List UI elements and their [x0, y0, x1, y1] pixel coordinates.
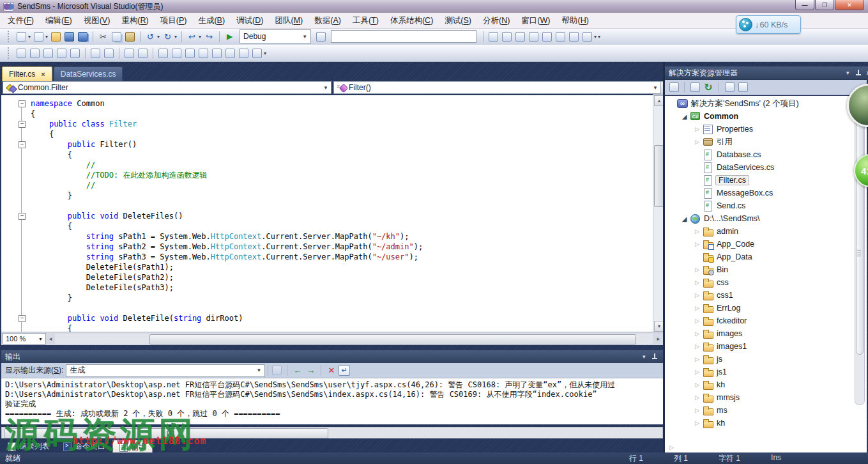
solution-explorer-titlebar[interactable]: 解决方案资源管理器 ▾×	[665, 66, 868, 79]
menu-item[interactable]: 生成(B)	[192, 13, 231, 28]
tree-item-app-code[interactable]: ▷App_Code	[665, 238, 867, 251]
tree-item-js[interactable]: ▷js	[665, 353, 867, 366]
menu-item[interactable]: 编辑(E)	[40, 13, 78, 28]
tree-item-images[interactable]: ▷images	[665, 327, 867, 340]
tree-item-css[interactable]: ▷css	[665, 276, 867, 289]
bookmark-next-folder-icon[interactable]	[211, 47, 223, 59]
tree-item--sendsms-2-[interactable]: 解决方案'SendSms' (2 个项目)	[665, 97, 867, 110]
cut-icon[interactable]: ✂	[97, 31, 109, 43]
expand-icon[interactable]: ▷	[693, 318, 701, 324]
fold-collapse-icon[interactable]: −	[19, 315, 26, 322]
expand-icon[interactable]: ▷	[693, 343, 701, 350]
expand-icon[interactable]: ▷	[693, 279, 701, 286]
navigate-to-icon[interactable]	[487, 31, 499, 43]
indent-increase-icon[interactable]	[89, 47, 102, 59]
dropdown-caret-icon[interactable]: ▾	[45, 34, 48, 40]
close-button[interactable]: ✕	[835, 0, 864, 10]
object-browser-icon[interactable]	[514, 31, 526, 43]
display-outline-icon[interactable]	[69, 47, 81, 59]
expand-icon[interactable]: ▷	[693, 126, 701, 132]
auto-hide-pin-icon[interactable]	[650, 353, 659, 361]
scroll-right-arrow[interactable]: ►	[654, 334, 663, 344]
expand-icon[interactable]: ▷	[693, 407, 701, 414]
tree-item-bin[interactable]: ▷Bin	[665, 263, 867, 276]
fold-collapse-icon[interactable]: −	[19, 100, 26, 107]
tree-item-database-cs[interactable]: Database.cs	[665, 148, 867, 161]
toolbar-overflow-icon[interactable]: ▾	[598, 34, 600, 40]
auto-hide-pin-icon[interactable]	[854, 69, 862, 77]
expand-icon[interactable]: ▷	[693, 382, 701, 388]
scroll-left-arrow[interactable]: ◄	[46, 334, 55, 344]
uncomment-selection-icon[interactable]	[137, 47, 149, 59]
solution-explorer-scrollbar[interactable]	[855, 96, 865, 405]
undo-icon[interactable]: ↺	[144, 31, 156, 43]
toolbar-overflow-icon[interactable]: ▾	[264, 50, 266, 56]
toolbar-grip[interactable]	[8, 31, 11, 42]
menu-item[interactable]: 窗口(W)	[515, 13, 556, 28]
tree-item-ms[interactable]: ▷ms	[665, 404, 867, 417]
properties-pages-icon[interactable]	[668, 82, 680, 93]
expand-icon[interactable]: ▷	[693, 420, 701, 426]
tree-item-app-data[interactable]: App_Data	[665, 251, 867, 263]
menu-item[interactable]: 分析(N)	[477, 13, 515, 28]
word-completion-icon[interactable]	[56, 47, 68, 59]
window-position-icon[interactable]: ▾	[643, 353, 646, 360]
debug-target-combo[interactable]: Debug▼	[240, 29, 311, 43]
find-message-icon[interactable]	[271, 364, 283, 376]
expand-icon[interactable]: ▷	[693, 330, 701, 337]
start-page-icon[interactable]	[568, 31, 580, 43]
expand-icon[interactable]: ▷	[693, 267, 701, 273]
dropdown-caret-icon[interactable]: ▾	[28, 34, 31, 40]
tree-item-messagebox-cs[interactable]: MessageBox.cs	[665, 187, 867, 199]
next-message-icon[interactable]: →	[305, 364, 317, 376]
expand-icon[interactable]: ▷	[693, 369, 701, 375]
save-all-icon[interactable]	[77, 31, 89, 43]
bookmark-prev-doc-icon[interactable]	[224, 47, 236, 59]
quick-info-icon[interactable]	[42, 47, 54, 59]
tree-item-errlog[interactable]: ▷ErrLog	[665, 302, 867, 314]
toolbar-grip[interactable]	[8, 47, 11, 59]
bookmark-prev-folder-icon[interactable]	[197, 47, 209, 59]
bookmark-toggle-icon[interactable]	[157, 47, 169, 59]
tree-item-filter-cs[interactable]: Filter.cs	[665, 174, 867, 187]
show-all-files-icon[interactable]	[689, 82, 701, 93]
output-source-combo[interactable]: 生成 ▼	[66, 364, 265, 377]
solution-explorer-scrollbar-thumb[interactable]	[856, 98, 864, 355]
fold-collapse-icon[interactable]: −	[19, 213, 26, 220]
comment-selection-icon[interactable]	[123, 47, 135, 59]
menu-item[interactable]: 项目(P)	[155, 13, 193, 28]
window-position-icon[interactable]: ▾	[846, 70, 849, 76]
fold-collapse-icon[interactable]: −	[19, 121, 26, 128]
new-project-icon[interactable]	[15, 31, 27, 43]
menu-item[interactable]: 帮助(H)	[556, 13, 595, 28]
find-in-files-icon[interactable]	[315, 31, 327, 43]
tree-item-images1[interactable]: ▷images1	[665, 340, 867, 353]
menu-item[interactable]: 团队(M)	[269, 13, 308, 28]
add-new-item-icon[interactable]	[33, 31, 45, 43]
expand-icon[interactable]: ▷	[693, 241, 701, 247]
document-tab[interactable]: Filter.cs×	[2, 66, 52, 81]
start-debugging-icon[interactable]: ▶	[224, 31, 236, 43]
tree-item-kh[interactable]: ▷kh	[665, 378, 867, 391]
tree-item[interactable]: ▷	[665, 441, 867, 452]
tree-item-send-cs[interactable]: Send.cs	[665, 199, 867, 212]
title-bar[interactable]: SendSms - Microsoft Visual Studio(管理员)	[0, 0, 868, 13]
tree-item-kh[interactable]: ▷kh	[665, 417, 867, 429]
tree-item-dataservices-cs[interactable]: DataServices.cs	[665, 161, 867, 174]
menu-item[interactable]: 文件(F)	[2, 13, 40, 28]
chevron-down-icon[interactable]: ▼	[297, 34, 307, 40]
output-panel-titlebar[interactable]: 输出 ▾×	[1, 350, 671, 363]
copy-icon[interactable]	[110, 31, 123, 43]
parameter-info-icon[interactable]	[29, 47, 41, 59]
collapse-icon[interactable]: ◢	[680, 215, 689, 222]
tree-item-properties[interactable]: ▷Properties	[665, 123, 867, 135]
dropdown-caret-icon[interactable]: ▾	[157, 34, 160, 40]
members-dropdown[interactable]: Filter() ▼	[333, 81, 661, 94]
menu-item[interactable]: 测试(S)	[439, 13, 477, 28]
command-prompt-icon[interactable]	[581, 31, 593, 43]
bookmark-next-icon[interactable]	[184, 47, 196, 59]
bookmark-next-doc-icon[interactable]	[238, 47, 250, 59]
open-file-icon[interactable]	[50, 31, 62, 43]
tree-item-d-sendsms-[interactable]: ◢D:\...\SendSms\	[665, 212, 867, 225]
bookmark-clear-icon[interactable]	[251, 47, 263, 59]
